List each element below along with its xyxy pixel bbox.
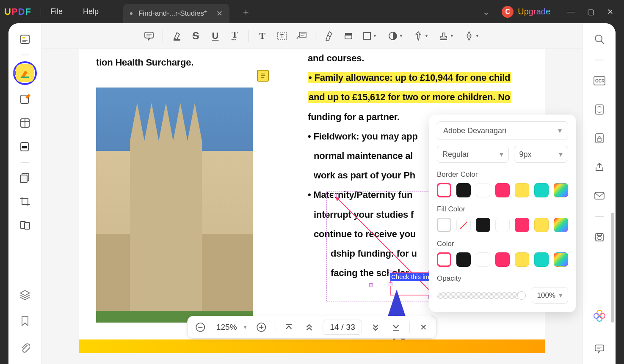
page-number-input[interactable]: 14 / 33 <box>323 320 362 335</box>
search-button[interactable] <box>590 30 609 49</box>
color-swatch[interactable] <box>534 183 549 197</box>
tool-textbox-button[interactable]: T <box>273 27 290 44</box>
comments-panel-button[interactable] <box>590 339 609 358</box>
sidebar-crop-button[interactable] <box>16 192 34 211</box>
sidebar-page-tools-button[interactable] <box>16 169 34 187</box>
tool-callout-button[interactable] <box>293 27 310 44</box>
color-swatch[interactable] <box>515 218 529 232</box>
no-fill-swatch[interactable] <box>456 218 471 232</box>
tool-signature-button[interactable]: ▼ <box>461 27 484 44</box>
email-button[interactable] <box>590 186 609 205</box>
sidebar-comment-button[interactable] <box>13 61 37 85</box>
zoom-level[interactable]: 125% <box>214 323 239 332</box>
pin-icon <box>414 31 423 41</box>
sidebar-compare-button[interactable] <box>16 216 34 235</box>
ai-assistant-button[interactable] <box>590 307 609 325</box>
new-tab-button[interactable]: ＋ <box>241 5 251 18</box>
body-text: tion Health Surcharge. <box>96 53 270 72</box>
svg-point-57 <box>594 313 599 318</box>
color-swatch[interactable] <box>476 218 490 232</box>
chevron-down-icon: ▾ <box>500 150 503 159</box>
color-swatch[interactable] <box>456 252 471 267</box>
color-swatch[interactable] <box>476 183 490 197</box>
svg-rect-53 <box>597 233 602 235</box>
ocr-button[interactable]: OCR <box>590 71 609 90</box>
share-button[interactable] <box>590 158 609 176</box>
tool-shape-button[interactable]: ▼ <box>385 27 408 44</box>
tabs-dropdown-button[interactable]: ⌄ <box>483 7 490 17</box>
color-swatch[interactable] <box>534 218 549 232</box>
color-swatch[interactable] <box>456 183 471 197</box>
tool-text-button[interactable]: T <box>254 27 271 44</box>
color-swatch[interactable] <box>437 252 451 267</box>
zoom-out-button[interactable] <box>193 320 207 334</box>
color-swatch[interactable] <box>476 252 490 267</box>
color-swatch[interactable] <box>515 252 529 267</box>
window-close-button[interactable]: ✕ <box>600 7 620 16</box>
tool-pencil-button[interactable] <box>320 27 337 44</box>
sidebar-bookmarks-button[interactable] <box>16 312 34 330</box>
color-swatch[interactable] <box>515 183 529 197</box>
save-as-button[interactable] <box>590 228 609 246</box>
last-page-button[interactable] <box>389 320 403 334</box>
note-icon <box>260 72 266 79</box>
next-page-button[interactable] <box>369 320 383 334</box>
color-swatch[interactable] <box>534 252 549 267</box>
tab-close-button[interactable]: ✕ <box>216 9 223 18</box>
svg-point-55 <box>600 313 605 318</box>
tool-underline-button[interactable]: U <box>207 27 224 44</box>
color-picker-button[interactable] <box>554 252 568 267</box>
opacity-slider[interactable] <box>437 292 526 299</box>
prev-page-button[interactable] <box>302 320 316 334</box>
edit-page-icon <box>19 94 30 105</box>
svg-rect-21 <box>299 32 306 37</box>
sidebar-organize-button[interactable] <box>16 114 34 132</box>
tool-eraser-button[interactable] <box>340 27 357 44</box>
window-minimize-button[interactable]: — <box>561 7 581 16</box>
font-size-select[interactable]: 9px▾ <box>514 146 569 163</box>
color-swatch[interactable] <box>437 218 451 232</box>
color-picker-button[interactable] <box>554 218 568 232</box>
sidebar-redact-button[interactable] <box>16 137 34 156</box>
tool-sticker-button[interactable]: ▼ <box>410 27 433 44</box>
document-tab[interactable]: Find-and-...r-Studies* ✕ <box>123 4 229 23</box>
convert-button[interactable] <box>590 100 609 119</box>
sidebar-layers-button[interactable] <box>16 285 34 304</box>
zoom-in-button[interactable] <box>254 320 268 334</box>
first-page-button[interactable] <box>282 320 295 334</box>
slider-thumb[interactable] <box>517 291 526 300</box>
scrollbar-thumb[interactable] <box>611 213 614 323</box>
upgrade-button[interactable]: Upgrade <box>518 7 550 16</box>
tool-note-button[interactable] <box>141 27 157 44</box>
chevron-down-icon: ▾ <box>559 150 563 159</box>
color-swatch[interactable] <box>495 183 510 197</box>
text-icon: T <box>259 30 265 41</box>
svg-rect-25 <box>345 33 352 36</box>
note-icon <box>144 31 154 41</box>
sidebar-reader-button[interactable] <box>16 30 34 49</box>
tool-stamp-button[interactable]: ▼ <box>436 27 458 44</box>
sidebar-attachments-button[interactable] <box>16 338 34 356</box>
color-swatch[interactable] <box>437 183 451 197</box>
current-page: 14 <box>330 323 339 332</box>
menu-help[interactable]: Help <box>83 7 99 16</box>
sticky-note-annotation[interactable] <box>257 70 269 82</box>
chevron-down-icon: ▾ <box>558 126 562 135</box>
tool-highlight-button[interactable] <box>168 27 185 44</box>
window-maximize-button[interactable]: ▢ <box>581 7 600 16</box>
tool-squiggly-button[interactable]: T〰 <box>226 27 243 44</box>
tool-strikethrough-button[interactable]: S <box>188 27 204 44</box>
font-style-select[interactable]: Regular▾ <box>437 146 509 163</box>
color-swatch[interactable] <box>495 252 510 267</box>
sidebar-edit-button[interactable] <box>16 90 34 109</box>
opacity-value-select[interactable]: 100%▾ <box>532 287 568 304</box>
font-family-select[interactable]: Adobe Devanagari ▾ <box>437 121 568 140</box>
protect-button[interactable] <box>590 129 609 148</box>
chevron-down-icon[interactable]: ▼ <box>243 324 248 330</box>
tool-rectangle-button[interactable]: ▼ <box>359 27 382 44</box>
user-avatar[interactable]: C <box>502 6 514 18</box>
color-picker-button[interactable] <box>554 183 568 197</box>
close-controls-button[interactable]: ✕ <box>417 320 431 334</box>
menu-file[interactable]: File <box>50 7 63 16</box>
color-swatch[interactable] <box>495 218 510 232</box>
